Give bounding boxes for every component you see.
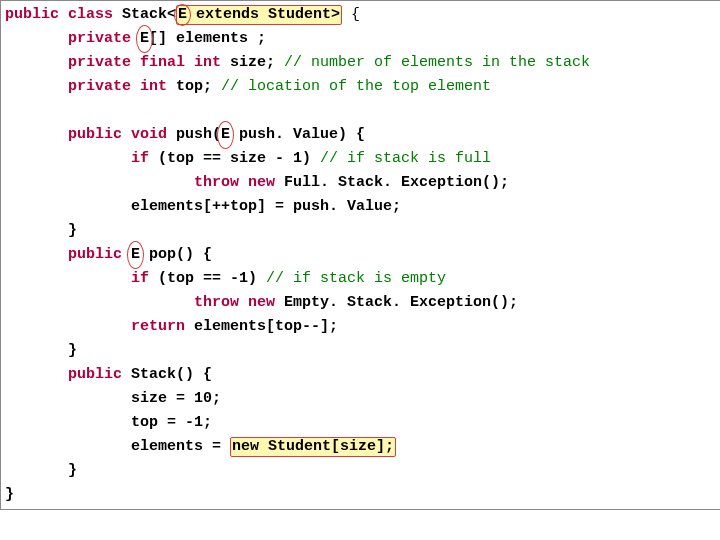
comment-size: // number of elements in the stack [284, 54, 590, 71]
if-cond-full: (top == size - 1) [158, 150, 320, 167]
indent [5, 318, 131, 335]
code-line-7: if (top == size - 1) // if stack is full [5, 147, 717, 171]
top-decl: top; [176, 78, 221, 95]
code-line-4: private int top; // location of the top … [5, 75, 717, 99]
indent [5, 366, 68, 383]
code-line-1: public class Stack<E extends Student> { [5, 3, 717, 27]
assign-push: elements[++top] = push. Value; [131, 198, 401, 215]
code-block: public class Stack<E extends Student> { … [0, 0, 720, 510]
new-student-array: new Student[size]; [232, 438, 394, 455]
class-name-stack: Stack< [122, 6, 176, 23]
highlight-new-student-array: new Student[size]; [230, 437, 396, 457]
circle-type-param-E: E [178, 6, 187, 24]
push-param: push. Value) { [230, 126, 365, 143]
indent [5, 150, 131, 167]
code-line-21: } [5, 483, 717, 507]
method-pop: pop() { [140, 246, 212, 263]
comment-top: // location of the top element [221, 78, 491, 95]
code-line-13: throw new Empty. Stack. Exception(); [5, 291, 717, 315]
code-line-17: size = 10; [5, 387, 717, 411]
indent [5, 462, 68, 479]
indent [5, 54, 68, 71]
indent [5, 78, 68, 95]
code-line-16: public Stack() { [5, 363, 717, 387]
assign-elements: elements = [131, 438, 230, 455]
indent [5, 174, 194, 191]
highlight-generic-bound: E extends Student> [176, 5, 342, 25]
brace-close-class: } [5, 486, 14, 503]
brace-close: } [68, 222, 77, 239]
type-E-push: E [221, 126, 230, 143]
type-E: E [140, 30, 149, 47]
blank-line [5, 99, 717, 123]
indent [5, 414, 131, 431]
keyword-public-class: public class [5, 6, 122, 23]
if-cond-empty: (top == -1) [158, 270, 266, 287]
indent [5, 270, 131, 287]
keyword-throw-new: throw new [194, 174, 284, 191]
keyword-if: if [131, 150, 158, 167]
indent [5, 198, 131, 215]
code-line-10: } [5, 219, 717, 243]
code-line-8: throw new Full. Stack. Exception(); [5, 171, 717, 195]
extends-student: extends Student> [187, 6, 340, 23]
constructor-stack: Stack() { [131, 366, 212, 383]
type-param-E: E [178, 6, 187, 23]
code-line-15: } [5, 339, 717, 363]
code-line-19: elements = new Student[size]; [5, 435, 717, 459]
keyword-private-int: private int [68, 78, 176, 95]
full-stack-exception: Full. Stack. Exception(); [284, 174, 509, 191]
brace-open: { [342, 6, 360, 23]
indent [5, 30, 68, 47]
comment-full: // if stack is full [320, 150, 491, 167]
elements-decl: [] elements ; [149, 30, 266, 47]
circle-type-E-array: E [140, 27, 149, 51]
code-line-11: public E pop() { [5, 243, 717, 267]
size-decl: size; [230, 54, 284, 71]
method-push: push( [176, 126, 221, 143]
indent [5, 246, 68, 263]
circle-return-E: E [131, 243, 140, 267]
return-elements: elements[top--]; [194, 318, 338, 335]
keyword-private: private [68, 30, 140, 47]
code-line-18: top = -1; [5, 411, 717, 435]
keyword-if: if [131, 270, 158, 287]
code-line-12: if (top == -1) // if stack is empty [5, 267, 717, 291]
keyword-public: public [68, 366, 131, 383]
indent [5, 390, 131, 407]
keyword-private-final-int: private final int [68, 54, 230, 71]
indent [5, 294, 194, 311]
brace-close: } [68, 342, 77, 359]
keyword-public-void: public void [68, 126, 176, 143]
indent [5, 222, 68, 239]
brace-close: } [68, 462, 77, 479]
comment-empty: // if stack is empty [266, 270, 446, 287]
indent [5, 126, 68, 143]
code-line-14: return elements[top--]; [5, 315, 717, 339]
code-line-2: private E[] elements ; [5, 27, 717, 51]
keyword-throw-new: throw new [194, 294, 284, 311]
assign-top: top = -1; [131, 414, 212, 431]
assign-size: size = 10; [131, 390, 221, 407]
circle-push-param-E: E [221, 123, 230, 147]
empty-stack-exception: Empty. Stack. Exception(); [284, 294, 518, 311]
indent [5, 438, 131, 455]
code-line-9: elements[++top] = push. Value; [5, 195, 717, 219]
keyword-return: return [131, 318, 194, 335]
code-line-6: public void push(E push. Value) { [5, 123, 717, 147]
code-line-3: private final int size; // number of ele… [5, 51, 717, 75]
code-line-20: } [5, 459, 717, 483]
indent [5, 342, 68, 359]
keyword-public: public [68, 246, 131, 263]
type-E-pop: E [131, 246, 140, 263]
